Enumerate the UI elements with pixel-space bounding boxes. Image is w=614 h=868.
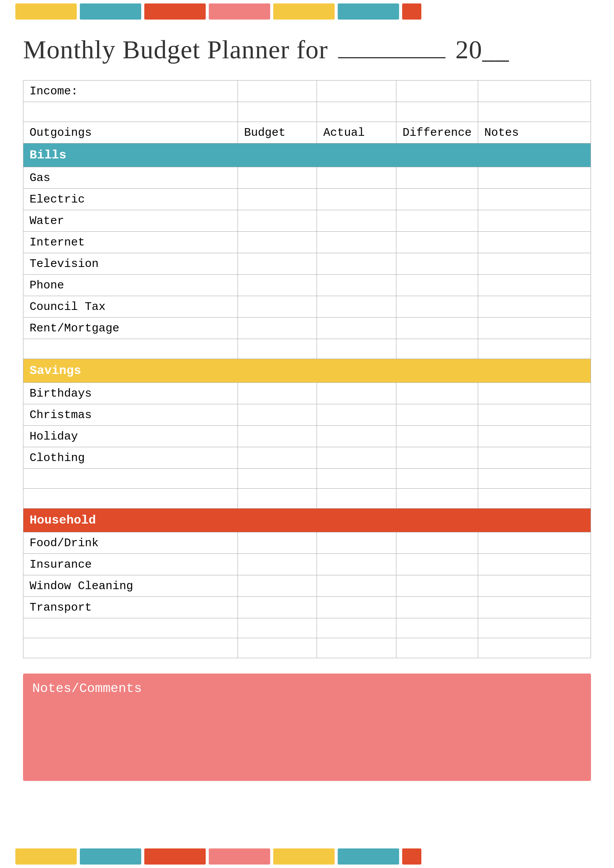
income-budget-cell — [238, 81, 317, 102]
bills-category-row: Bills — [23, 143, 591, 167]
empty-row-1 — [23, 102, 591, 122]
table-row: Rent/Mortgage — [23, 318, 591, 339]
bottom-block-3 — [144, 848, 206, 865]
gas-diff — [396, 167, 478, 189]
page-title: Monthly Budget Planner for 20__ — [23, 35, 591, 65]
bottom-block-1 — [15, 848, 77, 865]
bottom-block-7 — [402, 848, 421, 865]
empty-row-2 — [23, 339, 591, 359]
main-table-container: Income: Outgoings Budget Actual Differen… — [0, 80, 614, 674]
notes-section: Notes/Comments — [23, 674, 591, 781]
title-main-text: Monthly Budget Planner for — [23, 35, 328, 64]
table-row: Phone — [23, 275, 591, 296]
holiday-label: Holiday — [23, 426, 238, 447]
notes-box: Notes/Comments — [23, 674, 591, 781]
income-label: Income: — [23, 81, 238, 102]
water-label: Water — [23, 210, 238, 232]
gas-actual — [317, 167, 396, 189]
internet-label: Internet — [23, 232, 238, 253]
table-row: Television — [23, 253, 591, 275]
table-row: Transport — [23, 597, 591, 618]
table-row: Water — [23, 210, 591, 232]
gas-notes — [478, 167, 591, 189]
transport-label: Transport — [23, 597, 238, 618]
rent-mortgage-label: Rent/Mortgage — [23, 318, 238, 339]
top-block-5 — [273, 3, 335, 20]
bottom-block-5 — [273, 848, 335, 865]
table-row: Birthdays — [23, 383, 591, 404]
clothing-label: Clothing — [23, 447, 238, 469]
table-row: Insurance — [23, 554, 591, 575]
top-block-2 — [80, 3, 141, 20]
table-row: Internet — [23, 232, 591, 253]
top-block-6 — [338, 3, 399, 20]
empty-row-6 — [23, 638, 591, 658]
col-notes-header: Notes — [478, 122, 591, 143]
household-category-row: Household — [23, 509, 591, 532]
window-cleaning-label: Window Cleaning — [23, 575, 238, 597]
table-row: Window Cleaning — [23, 575, 591, 597]
electric-label: Electric — [23, 189, 238, 210]
savings-category-row: Savings — [23, 359, 591, 383]
notes-label: Notes/Comments — [32, 681, 582, 696]
savings-category-label: Savings — [23, 359, 591, 383]
income-notes-cell — [478, 81, 591, 102]
budget-table: Income: Outgoings Budget Actual Differen… — [23, 80, 591, 658]
bottom-color-bar — [0, 845, 614, 868]
top-block-4 — [209, 3, 270, 20]
television-label: Television — [23, 253, 238, 275]
bottom-block-2 — [80, 848, 141, 865]
table-row: Christmas — [23, 404, 591, 426]
table-row: Food/Drink — [23, 532, 591, 554]
household-category-label: Household — [23, 509, 591, 532]
col-actual-header: Actual — [317, 122, 396, 143]
income-actual-cell — [317, 81, 396, 102]
food-drink-label: Food/Drink — [23, 532, 238, 554]
phone-label: Phone — [23, 275, 238, 296]
table-row: Holiday — [23, 426, 591, 447]
bottom-block-6 — [338, 848, 399, 865]
table-row: Council Tax — [23, 296, 591, 318]
empty-row-5 — [23, 618, 591, 638]
title-year-blank: __ — [482, 35, 509, 64]
title-year-prefix: 20 — [456, 35, 482, 64]
council-tax-label: Council Tax — [23, 296, 238, 318]
table-row: Electric — [23, 189, 591, 210]
bills-category-label: Bills — [23, 143, 591, 167]
gas-budget — [238, 167, 317, 189]
table-row: Clothing — [23, 447, 591, 469]
title-section: Monthly Budget Planner for 20__ — [0, 23, 614, 80]
birthdays-label: Birthdays — [23, 383, 238, 404]
col-outgoings-header: Outgoings — [23, 122, 238, 143]
income-row: Income: — [23, 81, 591, 102]
bottom-block-4 — [209, 848, 270, 865]
empty-row-3 — [23, 469, 591, 489]
table-row: Gas — [23, 167, 591, 189]
empty-row-4 — [23, 489, 591, 509]
column-header-row: Outgoings Budget Actual Difference Notes — [23, 122, 591, 143]
col-difference-header: Difference — [396, 122, 478, 143]
income-diff-cell — [396, 81, 478, 102]
gas-label: Gas — [23, 167, 238, 189]
top-color-bar — [0, 0, 614, 23]
col-budget-header: Budget — [238, 122, 317, 143]
title-blank — [338, 57, 446, 58]
insurance-label: Insurance — [23, 554, 238, 575]
top-block-3 — [144, 3, 206, 20]
top-block-1 — [15, 3, 77, 20]
christmas-label: Christmas — [23, 404, 238, 426]
top-block-7 — [402, 3, 421, 20]
